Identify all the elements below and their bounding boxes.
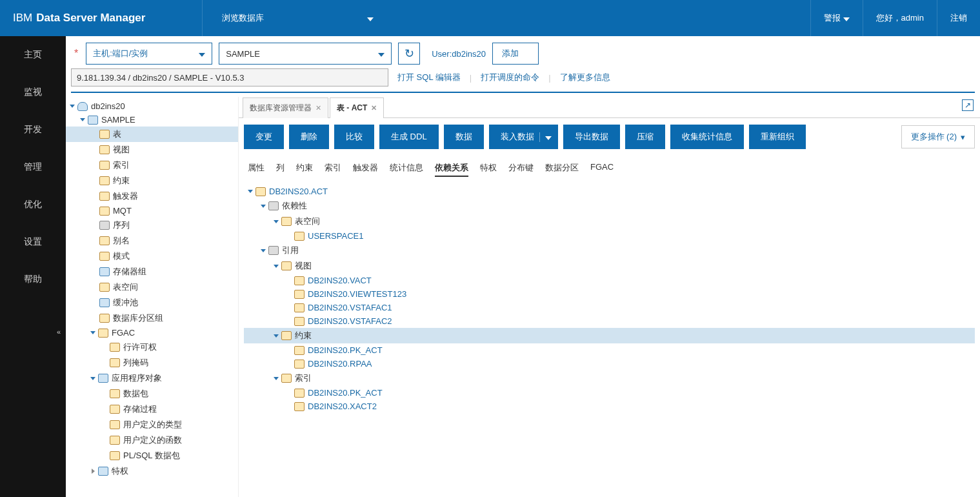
collapse-icon[interactable]: [89, 467, 97, 475]
expand-icon[interactable]: [89, 374, 97, 382]
tree-folder-triggers[interactable]: 触发器: [66, 188, 238, 204]
dep-view-group[interactable]: 视图: [244, 258, 975, 274]
subtab-dependencies[interactable]: 依赖关系: [435, 162, 468, 177]
collect-stats-button[interactable]: 收集统计信息: [670, 125, 744, 149]
subtab-triggers[interactable]: 触发器: [353, 162, 378, 177]
subtab-fgac[interactable]: FGAC: [590, 162, 614, 177]
expand-icon[interactable]: [259, 202, 267, 210]
collapse-nav-icon[interactable]: «: [57, 328, 61, 336]
nav-home[interactable]: 主页: [0, 36, 66, 74]
tree-item-udt[interactable]: 用户定义的类型: [66, 417, 238, 432]
tree-folder-app-objects[interactable]: 应用程序对象: [66, 370, 238, 386]
nav-develop[interactable]: 开发: [0, 111, 66, 148]
dep-item[interactable]: DB2INS20.PK_ACT: [244, 343, 975, 357]
load-data-button[interactable]: 装入数据: [489, 125, 558, 149]
tree-folder-views[interactable]: 视图: [66, 142, 238, 157]
tree-item-udf[interactable]: 用户定义的函数: [66, 432, 238, 448]
expand-icon[interactable]: [272, 332, 280, 340]
open-scheduler-link[interactable]: 打开调度的命令: [475, 72, 545, 83]
tree-folder-schemas[interactable]: 模式: [66, 249, 238, 264]
tree-folder-sequences[interactable]: 序列: [66, 218, 238, 233]
tree-folder-constraints[interactable]: 约束: [66, 173, 238, 188]
expand-icon[interactable]: [272, 218, 280, 225]
dep-item[interactable]: DB2INS20.PK_ACT: [244, 386, 975, 400]
alter-button[interactable]: 变更: [244, 125, 284, 149]
subtab-constraints[interactable]: 约束: [296, 162, 313, 177]
nav-monitor[interactable]: 监视: [0, 74, 66, 111]
tree-item-column-mask[interactable]: 列掩码: [66, 355, 238, 370]
refresh-button[interactable]: ↻: [398, 43, 420, 65]
tree-instance[interactable]: db2ins20: [66, 99, 238, 113]
compress-button[interactable]: 压缩: [625, 125, 665, 149]
dep-tablespace-group[interactable]: 表空间: [244, 214, 975, 229]
database-select[interactable]: SAMPLE: [219, 43, 392, 65]
tree-folder-fgac[interactable]: FGAC: [66, 326, 238, 340]
browse-db-dropdown[interactable]: 浏览数据库: [202, 0, 393, 36]
tree-folder-bufferpools[interactable]: 缓冲池: [66, 295, 238, 310]
subtab-distribution-key[interactable]: 分布键: [508, 162, 534, 177]
alerts-button[interactable]: 警报: [810, 0, 863, 36]
tree-item-plsql[interactable]: PL/SQL 数据包: [66, 448, 238, 463]
open-sql-editor-link[interactable]: 打开 SQL 编辑器: [392, 72, 466, 83]
subtab-columns[interactable]: 列: [276, 162, 285, 177]
tree-folder-storage[interactable]: 存储器组: [66, 264, 238, 279]
expand-icon[interactable]: [89, 329, 97, 337]
learn-more-link[interactable]: 了解更多信息: [555, 72, 615, 83]
nav-admin[interactable]: 管理: [0, 148, 66, 186]
dep-item[interactable]: DB2INS20.VACT: [244, 274, 975, 287]
subtab-statistics[interactable]: 统计信息: [390, 162, 423, 177]
dep-item[interactable]: DB2INS20.VSTAFAC1: [244, 301, 975, 314]
tab-table-act[interactable]: 表 - ACT ✕: [330, 97, 384, 118]
expand-icon[interactable]: [246, 188, 254, 196]
dep-item[interactable]: DB2INS20.VSTAFAC2: [244, 314, 975, 328]
tree-folder-privileges[interactable]: 特权: [66, 463, 238, 479]
dep-constraint-group[interactable]: 约束: [244, 328, 975, 343]
dep-item[interactable]: DB2INS20.VIEWTEST123: [244, 287, 975, 301]
dep-item[interactable]: DB2INS20.RPAA: [244, 357, 975, 370]
tab-resource-explorer[interactable]: 数据库资源管理器 ✕: [243, 97, 328, 118]
more-actions-menu[interactable]: 更多操作 (2) ▾: [901, 125, 975, 148]
dep-item[interactable]: USERSPACE1: [244, 229, 975, 243]
connection-path-input[interactable]: [71, 68, 388, 86]
nav-help[interactable]: 帮助: [0, 261, 66, 298]
expand-icon[interactable]: [259, 247, 267, 254]
logout-button[interactable]: 注销: [937, 0, 980, 36]
dep-item[interactable]: DB2INS20.XACT2: [244, 400, 975, 413]
tree-item-procedures[interactable]: 存储过程: [66, 401, 238, 417]
subtab-data-partition[interactable]: 数据分区: [545, 162, 579, 177]
popout-button[interactable]: ↗: [962, 99, 974, 111]
subtab-indexes[interactable]: 索引: [325, 162, 341, 177]
nav-settings[interactable]: 设置: [0, 223, 66, 261]
close-icon[interactable]: ✕: [371, 104, 377, 112]
tree-folder-aliases[interactable]: 别名: [66, 233, 238, 249]
expand-icon[interactable]: [272, 262, 280, 270]
tree-database[interactable]: SAMPLE: [66, 113, 238, 127]
dep-reference-group[interactable]: 引用: [244, 243, 975, 258]
dep-index-group[interactable]: 索引: [244, 370, 975, 386]
subtab-privileges[interactable]: 特权: [480, 162, 497, 177]
subtab-properties[interactable]: 属性: [248, 162, 265, 177]
nav-optimize[interactable]: 优化: [0, 186, 66, 223]
tree-item-packages[interactable]: 数据包: [66, 386, 238, 401]
add-connection-button[interactable]: 添加: [492, 43, 539, 65]
close-icon[interactable]: ✕: [315, 104, 321, 112]
host-select[interactable]: 主机:端口/实例: [86, 43, 212, 65]
view-icon: [294, 317, 305, 326]
tree-folder-tablespaces[interactable]: 表空间: [66, 279, 238, 295]
tree-folder-partition-groups[interactable]: 数据库分区组: [66, 310, 238, 326]
delete-button[interactable]: 删除: [289, 125, 329, 149]
expand-icon[interactable]: [79, 116, 86, 124]
expand-icon[interactable]: [68, 103, 76, 110]
tree-folder-tables[interactable]: 表: [66, 127, 238, 142]
dep-root[interactable]: DB2INS20.ACT: [244, 185, 975, 198]
tree-item-row-permission[interactable]: 行许可权: [66, 340, 238, 355]
reorg-button[interactable]: 重新组织: [749, 125, 806, 149]
tree-folder-mqt[interactable]: MQT: [66, 204, 238, 218]
export-data-button[interactable]: 导出数据: [563, 125, 620, 149]
generate-ddl-button[interactable]: 生成 DDL: [379, 125, 439, 149]
tree-folder-indexes[interactable]: 索引: [66, 157, 238, 173]
dep-dependency-group[interactable]: 依赖性: [244, 198, 975, 214]
expand-icon[interactable]: [272, 374, 280, 382]
data-button[interactable]: 数据: [444, 125, 484, 149]
compare-button[interactable]: 比较: [334, 125, 374, 149]
